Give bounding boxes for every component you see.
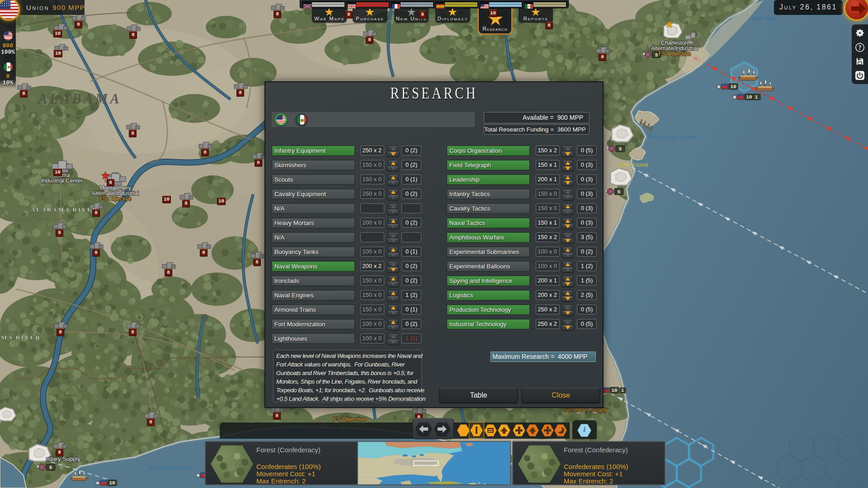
svg-text:1: 1: [755, 94, 758, 100]
svg-text:FS Objective: FS Objective: [333, 416, 366, 422]
svg-text:?: ?: [859, 44, 862, 51]
svg-text:FS Objective: FS Objective: [99, 196, 132, 202]
svg-text:Tybee Island: Tybee Island: [616, 162, 649, 168]
svg-text:ndary Supply: ndary Supply: [46, 455, 80, 462]
svg-text:5: 5: [655, 52, 658, 58]
svg-text:10: 10: [746, 94, 752, 100]
svg-text:10: 10: [730, 84, 736, 89]
svg-text:10: 10: [611, 388, 617, 393]
svg-text:FS Objective: FS Objective: [658, 51, 691, 57]
svg-text:Industrial Center: Industrial Center: [41, 178, 83, 184]
svg-text:St Andrew's Inlet: St Andrew's Inlet: [149, 465, 193, 471]
svg-text:5: 5: [49, 465, 52, 470]
svg-text:5: 5: [619, 146, 622, 152]
svg-text:1: 1: [621, 388, 624, 393]
svg-text:Bulls Bay: Bulls Bay: [751, 15, 778, 22]
svg-text:ALABAMA RIVER: ALABAMA RIVER: [31, 206, 98, 213]
svg-text:Port Royal Sound: Port Royal Sound: [648, 134, 696, 141]
svg-text:MA RIVER: MA RIVER: [1, 334, 41, 341]
svg-text:5: 5: [618, 189, 621, 195]
svg-text:10: 10: [109, 480, 115, 486]
svg-text:ALABAMA: ALABAMA: [37, 91, 122, 107]
